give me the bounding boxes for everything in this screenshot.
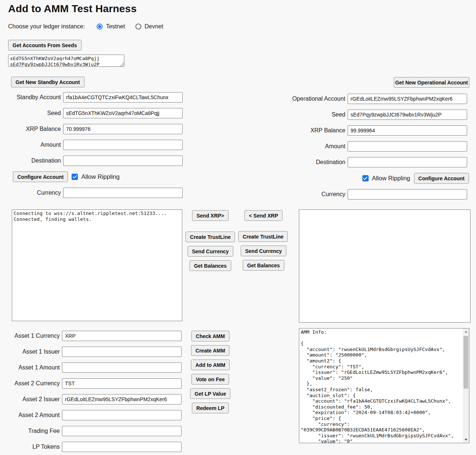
- operational-send-xrp-button[interactable]: < Send XRP: [245, 210, 283, 221]
- operational-allow-rippling-label: Allow Rippling: [372, 175, 410, 182]
- amm-info-text: AMM Info: { "account": "rwuenCkUL1MdrBsd…: [299, 329, 463, 443]
- asset2-issuer-input[interactable]: [62, 394, 182, 404]
- scrollbar-thumb[interactable]: [463, 336, 468, 389]
- testnet-radio-icon[interactable]: [97, 24, 103, 29]
- operational-xrp-balance-row: XRP Balance: [287, 125, 469, 136]
- get-new-operational-account-button[interactable]: Get New Operational Account: [394, 77, 469, 88]
- scrollbar-up-arrow-icon[interactable]: [463, 329, 469, 335]
- standby-allow-rippling-checkbox[interactable]: [72, 174, 78, 180]
- amm-info-scrollbar[interactable]: [463, 329, 469, 443]
- trading-fee-label: Trading Fee: [11, 428, 62, 434]
- asset2-amount-input[interactable]: [62, 410, 182, 420]
- asset2-currency-label: Asset 2 Currency: [11, 380, 62, 387]
- operational-currency-input[interactable]: [348, 189, 467, 199]
- operational-currency-label: Currency: [287, 191, 348, 198]
- standby-amount-row: Amount: [11, 140, 183, 150]
- operational-xrp-balance-label: XRP Balance: [287, 127, 348, 134]
- operational-destination-row: Destination: [287, 157, 469, 167]
- operational-account-row: Operational Account: [287, 94, 469, 104]
- standby-seed-row: Seed: [11, 108, 183, 118]
- operational-destination-label: Destination: [287, 159, 348, 166]
- asset2-issuer-label: Asset 2 Issuer: [11, 396, 62, 403]
- ledger-instance-label: Choose your ledger instance:: [8, 23, 85, 30]
- standby-get-balances-button[interactable]: Get Balances: [190, 260, 231, 271]
- devnet-radio-label: Devnet: [145, 23, 163, 30]
- amm-info-box[interactable]: AMM Info: { "account": "rwuenCkUL1MdrBsd…: [299, 328, 469, 443]
- standby-create-trustline-button[interactable]: Create TrustLine: [186, 232, 235, 242]
- devnet-radio-icon[interactable]: [135, 24, 141, 29]
- testnet-radio-label: Testnet: [106, 23, 125, 30]
- add-to-amm-button[interactable]: Add to AMM: [191, 360, 230, 370]
- operational-currency-row: Currency: [287, 189, 469, 199]
- operational-seed-input[interactable]: [348, 110, 467, 120]
- asset1-issuer-input[interactable]: [62, 347, 182, 357]
- standby-configure-account-button[interactable]: Configure Account: [13, 171, 68, 182]
- radio-option-testnet[interactable]: Testnet: [97, 23, 125, 30]
- standby-results-console[interactable]: Connecting to wss://s.altnet.rippletest.…: [12, 209, 182, 321]
- standby-currency-label: Currency: [11, 190, 63, 196]
- standby-currency-input[interactable]: [63, 188, 183, 198]
- lp-tokens-input[interactable]: [62, 442, 182, 452]
- standby-configure-row: Configure Account Allow Rippling: [13, 171, 183, 182]
- standby-send-currency-button[interactable]: Send Currency: [187, 246, 233, 257]
- operational-create-trustline-button[interactable]: Create TrustLine: [238, 231, 288, 242]
- standby-amount-label: Amount: [11, 142, 63, 148]
- standby-xrp-balance-label: XRP Balance: [11, 126, 63, 132]
- asset1-issuer-label: Asset 1 Issuer: [11, 348, 62, 355]
- asset2-currency-row: Asset 2 Currency: [11, 378, 182, 389]
- operational-amount-row: Amount: [287, 141, 469, 152]
- asset1-currency-input[interactable]: [62, 331, 182, 341]
- amm-test-harness-page: Add to AMM Test Harness Choose your ledg…: [0, 0, 476, 455]
- operational-account-label: Operational Account: [287, 95, 348, 102]
- standby-seed-input[interactable]: [63, 108, 183, 118]
- scrollbar-down-arrow-icon[interactable]: [463, 437, 469, 443]
- asset1-currency-row: Asset 1 Currency: [11, 331, 182, 341]
- standby-account-row: Standby Account: [11, 92, 183, 103]
- standby-amount-input[interactable]: [63, 140, 183, 150]
- trading-fee-row: Trading Fee: [11, 426, 182, 436]
- asset2-amount-label: Asset 2 Amount: [11, 412, 62, 418]
- redeem-lp-button[interactable]: Redeem LP: [192, 403, 229, 413]
- page-title: Add to AMM Test Harness: [8, 3, 137, 15]
- asset2-issuer-row: Asset 2 Issuer: [11, 394, 182, 404]
- lp-tokens-row: LP Tokens: [11, 442, 182, 452]
- operational-get-balances-button[interactable]: Get Balances: [243, 260, 284, 271]
- standby-destination-input[interactable]: [63, 156, 183, 166]
- get-accounts-from-seeds-button[interactable]: Get Accounts From Seeds: [8, 40, 82, 51]
- operational-configure-row: Allow Rippling Configure Account: [287, 173, 469, 184]
- operational-account-input[interactable]: [348, 94, 467, 104]
- check-amm-button[interactable]: Check AMM: [192, 331, 230, 341]
- trading-fee-input[interactable]: [62, 426, 182, 436]
- standby-send-xrp-button[interactable]: Send XRP>: [192, 210, 228, 221]
- standby-account-input[interactable]: [63, 92, 183, 103]
- operational-send-currency-button[interactable]: Send Currency: [241, 246, 286, 256]
- vote-on-fee-button[interactable]: Vote on Fee: [192, 374, 229, 385]
- standby-xrp-balance-input[interactable]: [63, 124, 183, 134]
- asset1-currency-label: Asset 1 Currency: [11, 333, 62, 339]
- asset1-amount-label: Asset 1 Amount: [11, 364, 62, 371]
- standby-allow-rippling-label: Allow Rippling: [81, 173, 120, 180]
- operational-seed-row: Seed: [287, 110, 469, 120]
- operational-results-console[interactable]: [299, 209, 470, 323]
- standby-fields: Standby Account Seed XRP Balance Amount …: [11, 92, 183, 204]
- amm-fields: Asset 1 Currency Asset 1 Issuer Asset 1 …: [11, 331, 182, 455]
- operational-xrp-balance-input[interactable]: [348, 125, 467, 136]
- standby-currency-row: Currency: [11, 188, 183, 198]
- asset1-amount-input[interactable]: [62, 362, 182, 373]
- asset2-currency-input[interactable]: [62, 378, 182, 389]
- get-lp-value-button[interactable]: Get LP Value: [190, 388, 230, 399]
- create-amm-button[interactable]: Create AMM: [191, 345, 230, 356]
- seeds-textarea[interactable]: sEdTG5nXThKWZoV2aqrh47oMCa8Pqjj sEd7Pqy9…: [8, 55, 124, 67]
- operational-configure-account-button[interactable]: Configure Account: [414, 173, 469, 184]
- operational-allow-rippling-checkbox[interactable]: [362, 175, 369, 181]
- operational-amount-input[interactable]: [348, 141, 467, 152]
- get-new-standby-account-button[interactable]: Get New Standby Account: [11, 77, 84, 87]
- lp-tokens-label: LP Tokens: [11, 444, 62, 450]
- operational-seed-label: Seed: [287, 111, 348, 118]
- radio-option-devnet[interactable]: Devnet: [135, 23, 163, 30]
- operational-amount-label: Amount: [287, 143, 348, 150]
- standby-destination-row: Destination: [11, 156, 183, 166]
- operational-fields: Operational Account Seed XRP Balance Amo…: [287, 94, 469, 205]
- asset2-amount-row: Asset 2 Amount: [11, 410, 182, 420]
- operational-destination-input[interactable]: [348, 157, 467, 167]
